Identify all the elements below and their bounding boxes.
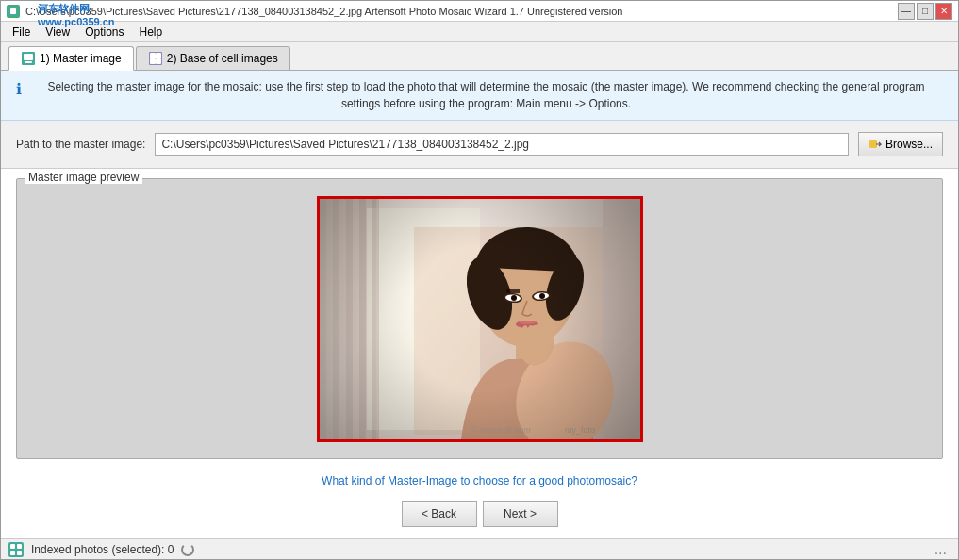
menu-view[interactable]: View	[38, 24, 77, 41]
svg-rect-14	[17, 544, 22, 549]
browse-button[interactable]: Browse...	[858, 132, 943, 156]
info-banner: ℹ Selecting the master image for the mos…	[1, 71, 958, 121]
app-icon	[7, 5, 20, 18]
back-button[interactable]: < Back	[402, 501, 477, 527]
path-input[interactable]	[155, 133, 849, 156]
path-label: Path to the master image:	[16, 138, 145, 151]
menu-help[interactable]: Help	[132, 24, 171, 41]
svg-rect-15	[10, 551, 15, 555]
tab-base-images[interactable]: 2) Base of cell images	[136, 46, 290, 70]
svg-rect-8	[150, 58, 156, 64]
tab1-label: 1) Master image	[40, 52, 122, 65]
svg-rect-4	[25, 61, 32, 63]
window-title: C:\Users\pc0359\Pictures\Saved Pictures\…	[25, 6, 622, 17]
status-dots: ...	[934, 541, 947, 558]
status-spinner	[181, 543, 194, 556]
tab2-label: 2) Base of cell images	[167, 52, 278, 65]
tab1-icon	[21, 51, 36, 66]
help-link[interactable]: What kind of Master-Image to choose for …	[1, 469, 958, 493]
title-bar: C:\Users\pc0359\Pictures\Saved Pictures\…	[1, 1, 958, 22]
preview-group-label: Master image preview	[25, 171, 142, 184]
info-text: Selecting the master image for the mosai…	[29, 78, 943, 112]
svg-rect-13	[10, 544, 15, 549]
svg-rect-6	[150, 53, 156, 58]
title-bar-left: C:\Users\pc0359\Pictures\Saved Pictures\…	[7, 5, 622, 18]
photo-preview-wrapper	[317, 196, 643, 442]
title-bar-controls: — □ ✕	[898, 3, 952, 20]
svg-rect-1	[10, 8, 16, 14]
browse-label: Browse...	[885, 138, 933, 151]
menu-file[interactable]: File	[5, 24, 38, 41]
browse-icon	[868, 138, 882, 151]
svg-rect-10	[869, 140, 877, 148]
status-text: Indexed photos (selected): 0	[31, 543, 174, 556]
maximize-button[interactable]: □	[917, 3, 934, 20]
photo-canvas	[320, 199, 640, 439]
menu-options[interactable]: Options	[77, 24, 131, 41]
next-button[interactable]: Next >	[483, 501, 558, 527]
svg-rect-11	[871, 140, 875, 141]
main-window: C:\Users\pc0359\Pictures\Saved Pictures\…	[0, 0, 959, 560]
preview-group: Master image preview	[16, 178, 943, 459]
svg-rect-16	[17, 551, 22, 555]
status-bar: Indexed photos (selected): 0 ...	[1, 538, 958, 559]
svg-rect-9	[156, 58, 161, 64]
tab-master-image[interactable]: 1) Master image	[8, 46, 134, 71]
content-area: ℹ Selecting the master image for the mos…	[1, 71, 958, 538]
preview-section: Master image preview	[1, 169, 958, 469]
close-button[interactable]: ✕	[935, 3, 952, 20]
minimize-button[interactable]: —	[898, 3, 915, 20]
menu-bar: File View Options Help	[1, 22, 958, 42]
nav-row: < Back Next >	[1, 493, 958, 538]
tab2-icon	[148, 51, 163, 66]
path-row: Path to the master image: Browse...	[1, 121, 958, 169]
info-icon: ℹ	[16, 80, 22, 98]
tab-bar: 1) Master image 2) Base of cell images	[1, 42, 958, 71]
svg-rect-7	[156, 53, 161, 58]
status-icon	[8, 542, 24, 557]
svg-rect-3	[24, 54, 33, 60]
